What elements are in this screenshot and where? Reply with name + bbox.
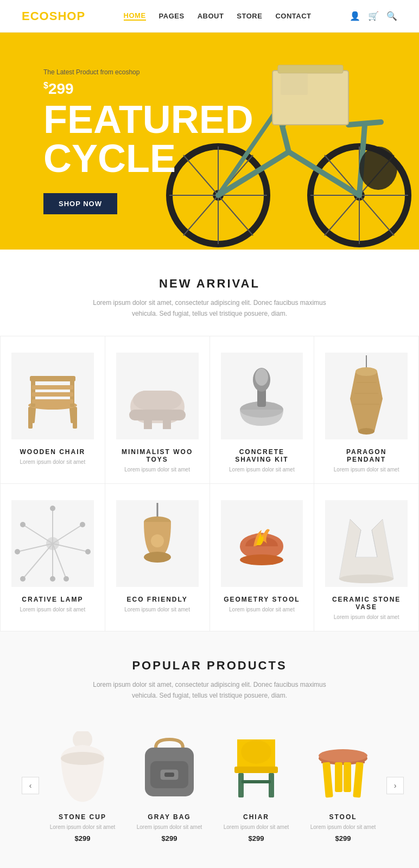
stool-name: GEOMETRY STOOL	[221, 596, 303, 603]
minimalist-name: MINIMALIST WOO TOYS	[116, 448, 199, 463]
product-chiar[interactable]: CHIAR Lorem ipsum dolor sit amet $299	[213, 718, 300, 853]
svg-point-43	[255, 368, 268, 386]
arrival-item-wooden-chair[interactable]: WOODEN CHAIR Lorem ipsum dolor sit amet	[1, 336, 105, 484]
main-nav: HOME PAGES ABOUT STORE CONTACT	[124, 11, 312, 21]
vase-image	[325, 500, 408, 587]
shop-now-button[interactable]: SHOP NOW	[43, 193, 117, 214]
logo-text: ECOSHOP	[22, 9, 85, 23]
shaving-name: CONCRETE SHAVING KIT	[221, 448, 303, 463]
shaving-desc: Lorem ipsum dolor sit amet	[221, 467, 303, 473]
svg-line-17	[348, 122, 381, 125]
chiar-image	[218, 729, 294, 805]
svg-point-84	[241, 740, 271, 764]
user-icon[interactable]: 👤	[350, 11, 360, 21]
shaving-image	[221, 353, 303, 439]
cart-icon[interactable]: 🛒	[368, 11, 379, 21]
arrival-item-lamp[interactable]: CRATIVE LAMP Lorem ipsum dolor sit amet	[1, 484, 105, 631]
svg-rect-36	[129, 410, 186, 420]
popular-desc: Lorem ipsum dolor sit amet, consectetur …	[85, 679, 334, 701]
svg-line-53	[53, 525, 82, 544]
svg-point-62	[15, 549, 20, 554]
next-arrow[interactable]: ›	[386, 777, 404, 794]
eco-desc: Lorem ipsum dolor sit amet	[116, 607, 199, 612]
arrival-item-shaving[interactable]: CONCRETE SHAVING KIT Lorem ipsum dolor s…	[210, 336, 315, 484]
logo[interactable]: ECOSHOP	[22, 9, 85, 23]
hero-section: The Latest Product from ecoshop $299 FEA…	[0, 33, 419, 250]
gray-bag-name: GRAY BAG	[131, 813, 207, 821]
svg-rect-78	[164, 773, 174, 777]
arrival-item-minimalist[interactable]: MINIMALIST WOO TOYS Lorem ipsum dolor si…	[105, 336, 210, 484]
svg-point-70	[151, 534, 164, 547]
svg-point-66	[50, 576, 55, 582]
svg-point-69	[144, 552, 171, 563]
lamp-name: CRATIVE LAMP	[11, 596, 94, 603]
gray-bag-image	[131, 729, 207, 805]
arrival-item-eco[interactable]: ECO FRIENDLY Lorem ipsum dolor sit amet	[105, 484, 210, 631]
prev-arrow[interactable]: ‹	[22, 777, 39, 794]
popular-section: POPULAR PRODUCTS Lorem ipsum dolor sit a…	[0, 631, 419, 868]
product-stone-cup[interactable]: STONE CUP Lorem ipsum dolor sit amet $29…	[39, 718, 126, 853]
chiar-name: CHIAR	[218, 813, 294, 821]
svg-point-56	[85, 549, 91, 554]
svg-rect-80	[234, 767, 278, 773]
chiar-price: $299	[218, 834, 294, 843]
pendant-name: PARAGON PENDANT	[325, 448, 408, 463]
new-arrival-desc: Lorem ipsum dolor sit amet, consectetur …	[85, 297, 334, 320]
svg-rect-33	[32, 399, 73, 404]
svg-rect-31	[32, 385, 73, 390]
svg-point-52	[50, 506, 55, 511]
arrivals-grid: WOODEN CHAIR Lorem ipsum dolor sit amet …	[0, 336, 419, 631]
nav-home[interactable]: HOME	[124, 11, 146, 21]
eco-image	[116, 500, 199, 587]
nav-store[interactable]: STORE	[237, 12, 262, 20]
hero-subtitle: The Latest Product from ecoshop	[43, 68, 253, 76]
stool-product-price: $299	[305, 834, 381, 843]
wooden-chair-image	[11, 353, 94, 439]
stone-cup-desc: Lorem ipsum dolor sit amet	[45, 824, 120, 830]
arrival-item-vase[interactable]: CERAMIC STONE VASE Lorem ipsum dolor sit…	[314, 484, 419, 631]
svg-rect-35	[133, 391, 182, 410]
nav-contact[interactable]: CONTACT	[275, 12, 311, 20]
svg-point-45	[355, 367, 377, 376]
header: ECOSHOP HOME PAGES ABOUT STORE CONTACT 👤…	[0, 0, 419, 33]
svg-point-22	[359, 146, 397, 190]
svg-point-71	[240, 554, 283, 565]
minimalist-desc: Lorem ipsum dolor sit amet	[116, 467, 199, 473]
svg-line-55	[53, 544, 88, 552]
nav-about[interactable]: ABOUT	[198, 12, 224, 20]
arrival-item-pendant[interactable]: PARAGON PENDANT Lorem ipsum dolor sit am…	[314, 336, 419, 484]
svg-rect-30	[30, 376, 75, 381]
hero-title: FEATURED CYCLE	[43, 100, 253, 178]
popular-header: POPULAR PRODUCTS Lorem ipsum dolor sit a…	[0, 631, 419, 718]
stool-product-image	[305, 729, 381, 805]
new-arrival-heading: NEW ARRIVAL	[11, 277, 408, 291]
lamp-image	[11, 500, 94, 587]
search-icon[interactable]: 🔍	[386, 11, 397, 21]
svg-line-57	[53, 544, 66, 579]
svg-rect-20	[278, 65, 343, 73]
arrival-item-stool[interactable]: GEOMETRY STOOL Lorem ipsum dolor sit ame…	[210, 484, 315, 631]
vase-name: CERAMIC STONE VASE	[325, 596, 408, 611]
svg-rect-81	[238, 773, 244, 797]
stool-product-name: STOOL	[305, 813, 381, 821]
stone-cup-price: $299	[45, 834, 120, 843]
svg-rect-90	[335, 762, 342, 792]
stool-image	[221, 500, 303, 587]
header-icons: 👤 🛒 🔍	[350, 11, 397, 21]
stone-cup-image	[45, 729, 120, 805]
product-stool[interactable]: STOOL Lorem ipsum dolor sit amet $299	[300, 718, 386, 853]
svg-point-72	[339, 575, 393, 583]
svg-point-46	[358, 428, 374, 435]
gray-bag-desc: Lorem ipsum dolor sit amet	[131, 824, 207, 830]
wooden-chair-desc: Lorem ipsum dolor sit amet	[11, 459, 94, 465]
gray-bag-price: $299	[131, 834, 207, 843]
product-gray-bag[interactable]: GRAY BAG Lorem ipsum dolor sit amet $299	[126, 718, 213, 853]
eco-name: ECO FRIENDLY	[116, 596, 199, 603]
hero-price: $299	[43, 80, 253, 98]
svg-rect-38	[163, 419, 171, 429]
new-arrival-section: NEW ARRIVAL Lorem ipsum dolor sit amet, …	[0, 250, 419, 631]
new-arrival-header: NEW ARRIVAL Lorem ipsum dolor sit amet, …	[0, 250, 419, 336]
nav-pages[interactable]: PAGES	[159, 12, 185, 20]
stone-cup-name: STONE CUP	[45, 813, 120, 821]
chiar-desc: Lorem ipsum dolor sit amet	[218, 824, 294, 830]
